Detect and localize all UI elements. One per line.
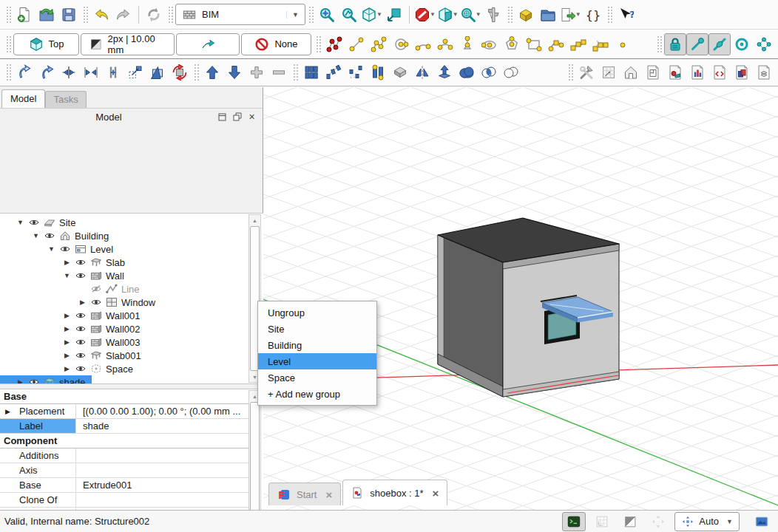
array-icon[interactable]	[300, 61, 322, 83]
common-icon[interactable]	[478, 61, 500, 83]
sync-view-icon[interactable]	[383, 4, 405, 26]
chart-doc-icon[interactable]	[686, 61, 708, 83]
snap-center-icon[interactable]	[731, 33, 753, 55]
join-icon[interactable]	[102, 61, 124, 83]
draft-polygon-icon[interactable]	[501, 33, 523, 55]
visibility-toggle[interactable]	[88, 284, 104, 293]
expander-icon[interactable]: ▶	[15, 378, 26, 384]
menu-item-level[interactable]: Level	[258, 353, 376, 369]
draft-bezcurve-icon[interactable]	[545, 33, 567, 55]
expander-icon[interactable]: ▼	[46, 245, 57, 253]
visibility-toggle[interactable]	[26, 218, 41, 227]
bim-box-icon[interactable]	[515, 4, 537, 26]
workbench-selector[interactable]: BIM▼	[175, 4, 305, 25]
visibility-toggle[interactable]	[72, 338, 88, 347]
distribute-icon[interactable]	[80, 61, 102, 83]
layers-doc-icon[interactable]	[753, 61, 775, 83]
zoom-fit-icon[interactable]	[316, 4, 338, 26]
expander-icon[interactable]: ▶	[61, 259, 72, 266]
extrude-icon[interactable]	[433, 61, 456, 83]
tree-item-level[interactable]: ▼Level	[0, 242, 120, 256]
expander-icon[interactable]: ▼	[15, 219, 26, 226]
draft-point-icon[interactable]	[612, 33, 634, 55]
close-icon[interactable]: ×	[433, 487, 439, 499]
property-name-base[interactable]: Base	[0, 478, 76, 492]
draft-move-icon[interactable]	[13, 61, 35, 83]
panel-tab-tasks[interactable]: Tasks	[45, 91, 86, 108]
close-icon[interactable]: ×	[247, 112, 257, 122]
expander-icon[interactable]: ▶	[77, 299, 88, 306]
autogroup-button[interactable]: None	[241, 33, 311, 55]
new-file-icon[interactable]	[13, 4, 35, 26]
property-name-placement[interactable]: ▶Placement	[0, 404, 76, 418]
visibility-toggle[interactable]	[57, 245, 72, 253]
snap-midpoint-icon[interactable]	[708, 33, 731, 55]
mirror-icon[interactable]	[411, 61, 433, 83]
tree-item-shade[interactable]: ▶shade	[0, 375, 92, 384]
tree-item-building[interactable]: ▼Building	[0, 229, 115, 242]
open-file-icon[interactable]	[35, 4, 58, 26]
floorplan-doc-icon[interactable]	[642, 61, 664, 83]
shapes-doc-icon[interactable]	[664, 61, 686, 83]
tree-item-site[interactable]: ▼Site	[0, 216, 82, 229]
draft-line-icon[interactable]	[345, 33, 368, 55]
tree-item-line[interactable]: Line	[0, 282, 146, 296]
property-value-additions[interactable]	[76, 449, 248, 463]
draft-copy-icon[interactable]	[35, 61, 58, 83]
menu-item-add-new-group[interactable]: + Add new group	[258, 386, 376, 402]
draft-circle-icon[interactable]	[390, 33, 412, 55]
rotate-icon[interactable]	[169, 61, 191, 83]
preferences-icon[interactable]	[575, 61, 598, 83]
draft-tool-button[interactable]	[176, 33, 240, 55]
expander-icon[interactable]: ▶	[61, 352, 72, 359]
float-icon[interactable]	[232, 112, 242, 122]
bim-folder-icon[interactable]	[537, 4, 559, 26]
property-name-additions[interactable]: Additions	[0, 449, 76, 463]
save-icon[interactable]	[58, 4, 80, 26]
search-view-icon[interactable]: ▼	[459, 4, 482, 26]
draft-arc-3points-icon[interactable]	[434, 33, 456, 55]
property-name-label[interactable]: Label	[0, 419, 76, 433]
visibility-toggle[interactable]	[72, 271, 88, 280]
pages-doc-icon[interactable]	[731, 61, 753, 83]
remove-component-icon[interactable]	[268, 61, 290, 83]
menu-item-space[interactable]: Space	[258, 369, 376, 386]
visibility-toggle[interactable]	[26, 378, 41, 384]
draft-ellipse-icon[interactable]	[478, 33, 501, 55]
property-value-placement[interactable]: [(0.00 0.00 1.00); 0.00 °; (0.00 mm ...	[76, 404, 248, 418]
tree-item-wall002[interactable]: ▶Wall002	[0, 322, 146, 335]
render-style-button[interactable]	[618, 512, 642, 531]
property-value-clone-of[interactable]	[76, 493, 248, 507]
panel-tab-model[interactable]: Model	[1, 89, 45, 108]
cut-icon[interactable]	[500, 61, 522, 83]
axonometric-view-icon[interactable]: ▼	[360, 4, 383, 26]
expander-icon[interactable]: ▶	[61, 325, 72, 332]
tree-item-slab001[interactable]: ▶Slab001	[0, 349, 148, 362]
visibility-toggle[interactable]	[41, 231, 57, 240]
expander-icon[interactable]: ▶	[5, 408, 10, 415]
tree-item-space[interactable]: ▶Space	[0, 362, 140, 375]
navigation-style-selector[interactable]: Auto▼	[674, 512, 740, 531]
notification-icon[interactable]	[750, 512, 774, 531]
clip-cube-icon[interactable]: ▼	[436, 4, 459, 26]
slice-icon[interactable]	[146, 61, 169, 83]
snap-lock-icon[interactable]	[664, 33, 686, 55]
point-array-icon[interactable]	[345, 61, 367, 83]
python-console-button[interactable]	[562, 512, 586, 531]
redo-icon[interactable]	[112, 4, 135, 26]
undo-icon[interactable]	[90, 4, 112, 26]
dock-icon[interactable]	[217, 112, 227, 122]
property-value-label[interactable]: shade	[76, 419, 248, 433]
scale-icon[interactable]	[124, 61, 146, 83]
line-style-button[interactable]: 2px | 10.00 mm	[81, 33, 175, 55]
visibility-toggle[interactable]	[88, 298, 104, 307]
shoebox-model[interactable]	[438, 218, 619, 397]
project-icon[interactable]	[620, 61, 642, 83]
tree-item-wall[interactable]: ▼Wall	[0, 269, 131, 282]
upgrade-icon[interactable]	[201, 61, 223, 83]
sketch-icon[interactable]	[323, 33, 345, 55]
draft-edit-node-icon[interactable]	[589, 33, 612, 55]
visibility-toggle[interactable]	[72, 258, 88, 267]
menu-item-ungroup[interactable]: Ungroup	[258, 304, 376, 321]
draft-rectangle-icon[interactable]	[523, 33, 545, 55]
